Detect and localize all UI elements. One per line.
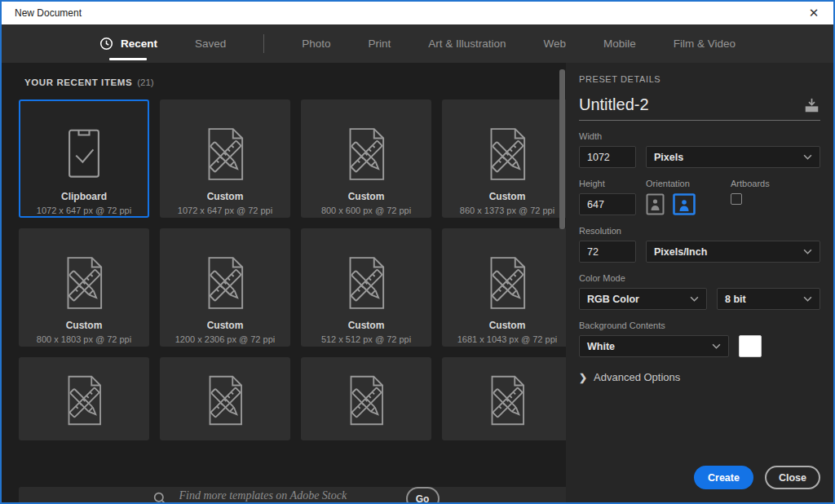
width-unit-select[interactable]: Pixels xyxy=(646,146,820,168)
create-button[interactable]: Create xyxy=(694,466,753,489)
height-label: Height xyxy=(579,179,646,188)
close-icon[interactable]: ✕ xyxy=(802,3,825,23)
document-ruler-pencil-icon xyxy=(54,370,114,431)
preset-card[interactable]: Custom1072 x 647 px @ 72 ppi xyxy=(160,99,290,218)
scrollbar-thumb[interactable] xyxy=(559,69,565,229)
tab-mobile[interactable]: Mobile xyxy=(603,24,636,63)
tab-label: Mobile xyxy=(603,38,636,50)
preset-card-dims: 800 x 600 px @ 72 ppi xyxy=(321,206,411,215)
tab-label: Web xyxy=(544,38,567,50)
search-icon xyxy=(152,491,168,504)
preset-card-dims: 512 x 512 px @ 72 ppi xyxy=(321,334,411,344)
tab-label: Recent xyxy=(121,38,157,50)
bit-depth-select[interactable]: 8 bit xyxy=(717,288,820,310)
width-input[interactable] xyxy=(579,146,636,168)
tab-divider xyxy=(263,34,264,53)
preset-card-dims: 1072 x 647 px @ 72 ppi xyxy=(37,206,131,215)
tab-bar: RecentSavedPhotoPrintArt & IllustrationW… xyxy=(2,24,833,63)
tab-print[interactable]: Print xyxy=(368,24,391,63)
preset-card[interactable]: Custom800 x 1803 px @ 72 ppi xyxy=(19,228,149,347)
document-ruler-pencil-icon xyxy=(193,122,257,186)
chevron-down-icon xyxy=(712,343,721,349)
new-document-dialog: New Document ✕ RecentSavedPhotoPrintArt … xyxy=(0,0,835,504)
tab-film-video[interactable]: Film & Video xyxy=(674,24,736,63)
clock-icon xyxy=(99,37,113,51)
window-title: New Document xyxy=(15,7,802,19)
preset-card-name: Custom xyxy=(489,320,526,331)
preset-grid: Clipboard1072 x 647 px @ 72 ppi Custom10… xyxy=(19,99,572,475)
resolution-input[interactable] xyxy=(579,241,636,263)
document-ruler-pencil-icon xyxy=(334,251,398,315)
recent-items-count: (21) xyxy=(137,77,153,87)
document-ruler-pencil-icon xyxy=(193,251,257,315)
preset-card[interactable] xyxy=(19,357,149,440)
search-input[interactable] xyxy=(179,489,390,504)
chevron-down-icon xyxy=(803,154,812,160)
tab-saved[interactable]: Saved xyxy=(195,24,226,63)
tab-label: Art & Illustration xyxy=(428,38,506,50)
orientation-label: Orientation xyxy=(646,179,731,188)
preset-card-dims: 1072 x 647 px @ 72 ppi xyxy=(178,206,272,215)
advanced-options-toggle[interactable]: ❯ Advanced Options xyxy=(579,371,820,383)
resolution-label: Resolution xyxy=(579,226,820,236)
preset-card[interactable]: Custom800 x 600 px @ 72 ppi xyxy=(301,99,431,218)
preset-details-panel: PRESET DETAILS Width Pixels xyxy=(566,63,833,502)
document-ruler-pencil-icon xyxy=(475,251,539,315)
background-contents-select[interactable]: White xyxy=(579,335,729,357)
recent-items-panel: YOUR RECENT ITEMS(21) Clipboard1072 x 64… xyxy=(2,63,551,502)
tab-web[interactable]: Web xyxy=(544,24,567,63)
resolution-unit-select[interactable]: Pixels/Inch xyxy=(646,241,820,263)
titlebar: New Document ✕ xyxy=(2,2,833,24)
clipboard-check-icon xyxy=(52,122,116,186)
tab-recent[interactable]: Recent xyxy=(99,24,157,63)
preset-card[interactable]: Clipboard1072 x 647 px @ 72 ppi xyxy=(19,99,149,218)
orientation-landscape-icon[interactable] xyxy=(673,193,696,215)
tab-photo[interactable]: Photo xyxy=(302,24,330,63)
tab-art-illustration[interactable]: Art & Illustration xyxy=(428,24,506,63)
background-color-swatch[interactable] xyxy=(739,335,762,357)
preset-card-dims: 1200 x 2306 px @ 72 ppi xyxy=(175,334,275,344)
preset-card-name: Custom xyxy=(207,320,244,331)
scrollbar-track xyxy=(551,63,566,502)
document-ruler-pencil-icon xyxy=(477,370,537,431)
preset-card[interactable]: Custom512 x 512 px @ 72 ppi xyxy=(301,228,431,347)
adobe-stock-search-bar: Go xyxy=(19,487,572,504)
recent-items-heading: YOUR RECENT ITEMS(21) xyxy=(24,77,551,87)
preset-card-name: Custom xyxy=(348,191,385,202)
save-preset-icon[interactable] xyxy=(803,98,820,113)
tab-label: Film & Video xyxy=(674,38,736,50)
artboards-checkbox[interactable] xyxy=(731,193,742,205)
preset-card-name: Custom xyxy=(489,191,526,202)
preset-card[interactable] xyxy=(301,357,431,440)
color-mode-label: Color Mode xyxy=(579,273,820,283)
chevron-right-icon: ❯ xyxy=(579,372,587,383)
close-button[interactable]: Close xyxy=(765,466,820,489)
color-mode-select[interactable]: RGB Color xyxy=(579,288,707,310)
document-ruler-pencil-icon xyxy=(336,370,396,431)
preset-card[interactable] xyxy=(160,357,290,440)
tab-label: Print xyxy=(368,38,391,50)
document-ruler-pencil-icon xyxy=(334,122,398,186)
orientation-portrait-icon[interactable] xyxy=(646,193,665,215)
document-ruler-pencil-icon xyxy=(52,251,116,315)
chevron-down-icon xyxy=(803,249,812,254)
chevron-down-icon xyxy=(690,296,699,302)
height-input[interactable] xyxy=(579,193,636,215)
preset-card-dims: 860 x 1373 px @ 72 ppi xyxy=(460,206,554,215)
preset-card-dims: 800 x 1803 px @ 72 ppi xyxy=(37,334,131,344)
go-button[interactable]: Go xyxy=(406,487,440,504)
artboards-label: Artboards xyxy=(731,179,820,188)
document-ruler-pencil-icon xyxy=(475,122,539,186)
width-label: Width xyxy=(579,131,820,141)
preset-card[interactable]: Custom1200 x 2306 px @ 72 ppi xyxy=(160,228,290,347)
preset-card-name: Custom xyxy=(207,191,244,202)
document-name-field[interactable] xyxy=(579,95,795,114)
preset-card-name: Custom xyxy=(66,320,103,331)
preset-card-dims: 1681 x 1043 px @ 72 ppi xyxy=(457,334,557,344)
document-ruler-pencil-icon xyxy=(195,370,255,431)
preset-card-name: Clipboard xyxy=(61,191,107,202)
background-contents-label: Background Contents xyxy=(579,321,820,330)
chevron-down-icon xyxy=(803,296,812,302)
tab-label: Saved xyxy=(195,38,226,50)
tab-label: Photo xyxy=(302,38,330,50)
